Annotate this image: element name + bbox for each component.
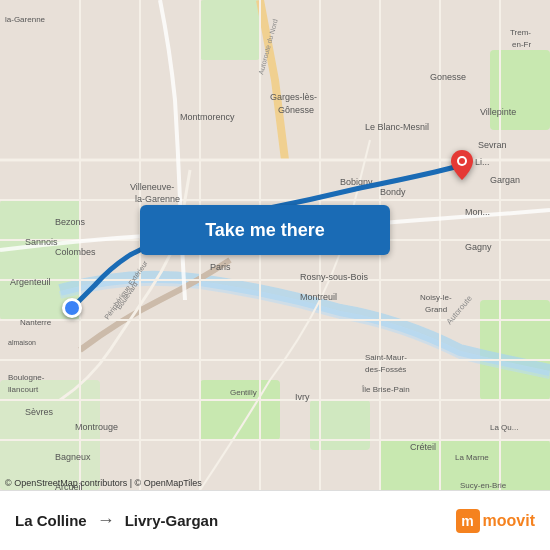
take-me-there-button[interactable]: Take me there (140, 205, 390, 255)
moovit-text: moovit (483, 512, 535, 530)
destination-marker (451, 150, 473, 184)
bottom-bar: La Colline → Livry-Gargan m moovit (0, 490, 550, 550)
origin-marker (62, 298, 82, 318)
moovit-logo: m moovit (456, 509, 535, 533)
destination-label: Livry-Gargan (125, 512, 218, 529)
map-container: Sannois Argenteuil Nanterre almaison Bou… (0, 0, 550, 490)
moovit-m-icon: m (456, 509, 480, 533)
map-attribution: © OpenStreetMap contributors | © OpenMap… (5, 478, 202, 488)
origin-label: La Colline (15, 512, 87, 529)
svg-point-77 (459, 158, 465, 164)
arrow-icon: → (97, 510, 115, 531)
